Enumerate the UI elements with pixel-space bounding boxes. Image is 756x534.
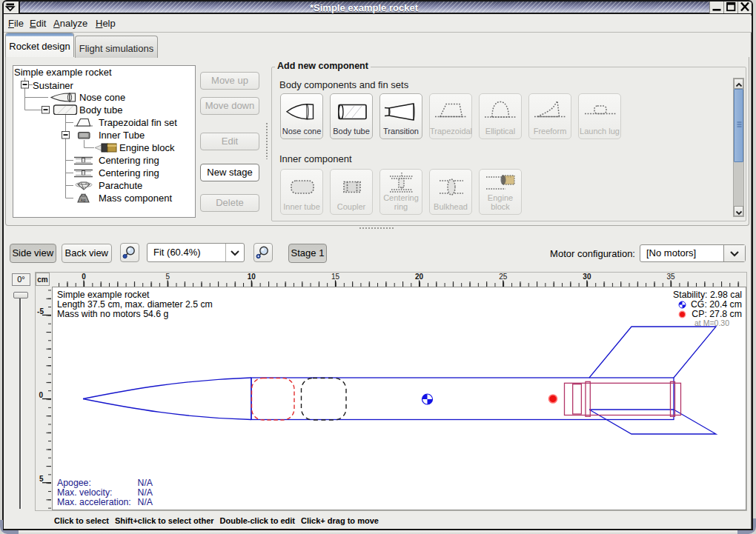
- svg-text:Engine block: Engine block: [119, 142, 175, 153]
- svg-text:Simple example rocket: Simple example rocket: [14, 67, 112, 78]
- svg-text:10: 10: [248, 273, 256, 281]
- svg-text:30: 30: [583, 273, 591, 281]
- svg-text:cm: cm: [37, 276, 48, 284]
- svg-text:N/A: N/A: [138, 497, 153, 507]
- svg-text:N/A: N/A: [138, 478, 153, 488]
- svg-text:Parachute: Parachute: [99, 180, 142, 191]
- svg-text:Simple example rocket: Simple example rocket: [57, 290, 150, 300]
- svg-text:Sustainer: Sustainer: [33, 80, 74, 91]
- svg-text:Body tube: Body tube: [79, 104, 123, 116]
- svg-text:Max. velocity:: Max. velocity:: [57, 487, 112, 498]
- svg-text:CG: 20.4 cm: CG: 20.4 cm: [691, 299, 742, 310]
- svg-text:Length 37.5 cm, max. diameter: Length 37.5 cm, max. diameter 2.5 cm: [57, 299, 213, 310]
- svg-text:5: 5: [165, 273, 170, 281]
- svg-text:kg: kg: [81, 198, 85, 202]
- svg-text:Centering ring: Centering ring: [99, 155, 159, 166]
- svg-text:Mass component: Mass component: [99, 193, 172, 204]
- svg-text:35: 35: [667, 273, 676, 281]
- svg-text:Max. acceleration:: Max. acceleration:: [57, 497, 131, 507]
- svg-text:Centering ring: Centering ring: [99, 167, 159, 178]
- svg-text:Stability: 2.98 cal: Stability: 2.98 cal: [673, 290, 742, 300]
- svg-text:Inner Tube: Inner Tube: [99, 130, 145, 141]
- svg-text:25: 25: [499, 273, 508, 281]
- svg-text:5: 5: [39, 475, 44, 483]
- svg-text:Trapezoidal fin set: Trapezoidal fin set: [99, 117, 177, 128]
- svg-text:0: 0: [82, 273, 86, 281]
- svg-text:Mass with no motors 54.6 g: Mass with no motors 54.6 g: [57, 309, 169, 319]
- svg-text:-5: -5: [37, 307, 44, 316]
- svg-text:Nose cone: Nose cone: [79, 92, 125, 103]
- svg-text:0: 0: [39, 391, 43, 399]
- svg-text:Apogee:: Apogee:: [57, 478, 91, 488]
- svg-text:N/A: N/A: [138, 487, 153, 498]
- svg-text:15: 15: [331, 273, 340, 281]
- svg-text:at M=0.30: at M=0.30: [694, 318, 729, 327]
- svg-text:20: 20: [415, 273, 424, 281]
